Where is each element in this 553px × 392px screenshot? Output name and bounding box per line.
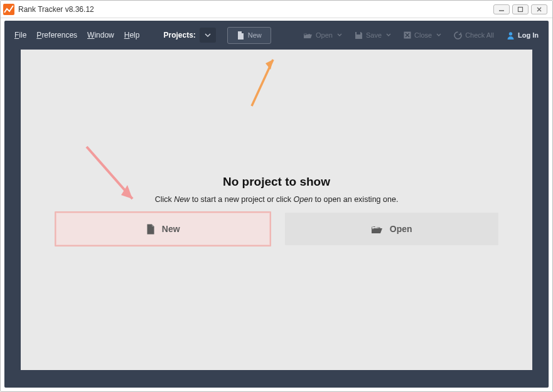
empty-state-buttons: New Open: [55, 213, 498, 246]
menubar: File Preferences Window Help Projects: N…: [4, 21, 549, 50]
chevron-down-icon: [337, 33, 342, 37]
toolbar-checkall-button: Check All: [449, 28, 499, 43]
toolbar-checkall-label: Check All: [465, 31, 494, 39]
toolbar-new-label: New: [248, 31, 262, 39]
projects-label: Projects:: [163, 31, 195, 40]
folder-open-icon: [303, 31, 313, 39]
chevron-down-icon: [205, 33, 211, 38]
svg-rect-1: [518, 7, 523, 11]
window-close-button[interactable]: [531, 4, 547, 14]
open-project-button[interactable]: Open: [285, 213, 499, 245]
annotation-arrow-orange: [240, 48, 284, 111]
toolbar-open-button[interactable]: Open: [298, 28, 347, 43]
menu-window[interactable]: Window: [82, 27, 119, 43]
new-project-button[interactable]: New: [55, 211, 271, 246]
window-title: Rank Tracker v8.36.12: [18, 5, 94, 14]
app-icon: [3, 4, 14, 15]
chevron-down-icon: [386, 33, 391, 37]
menu-help[interactable]: Help: [119, 27, 145, 43]
menu-preferences[interactable]: Preferences: [31, 27, 82, 43]
empty-subtitle: Click New to start a new project or clic…: [21, 195, 532, 204]
svg-point-3: [509, 32, 512, 35]
open-project-label: Open: [390, 224, 412, 234]
projects-dropdown[interactable]: [200, 28, 216, 43]
file-icon: [146, 223, 156, 235]
menu-file[interactable]: File: [9, 27, 31, 43]
file-icon: [237, 31, 245, 40]
user-icon: [507, 31, 515, 40]
refresh-icon: [454, 31, 462, 40]
empty-state: No project to show Click New to start a …: [21, 175, 532, 204]
app-frame: File Preferences Window Help Projects: N…: [4, 21, 549, 388]
toolbar-save-button: Save: [350, 28, 396, 43]
toolbar-login-label: Log In: [518, 31, 539, 39]
folder-open-icon: [371, 225, 384, 234]
new-project-label: New: [162, 224, 180, 234]
save-icon: [355, 31, 363, 40]
toolbar-close-label: Close: [414, 31, 432, 39]
toolbar-open-label: Open: [316, 31, 333, 39]
toolbar-login-button[interactable]: Log In: [502, 28, 544, 43]
toolbar-close-button: Close: [399, 28, 446, 43]
svg-line-4: [252, 60, 273, 106]
svg-marker-5: [266, 60, 273, 70]
window-titlebar: Rank Tracker v8.36.12: [1, 1, 552, 18]
app-shell: File Preferences Window Help Projects: N…: [1, 18, 552, 391]
content-area: No project to show Click New to start a …: [21, 50, 532, 370]
close-square-icon: [404, 31, 411, 39]
window-minimize-button[interactable]: [493, 4, 510, 14]
chevron-down-icon: [436, 33, 441, 37]
window-maximize-button[interactable]: [512, 4, 529, 14]
toolbar-save-label: Save: [366, 31, 382, 39]
empty-title: No project to show: [21, 175, 532, 189]
toolbar-new-button[interactable]: New: [227, 27, 271, 44]
